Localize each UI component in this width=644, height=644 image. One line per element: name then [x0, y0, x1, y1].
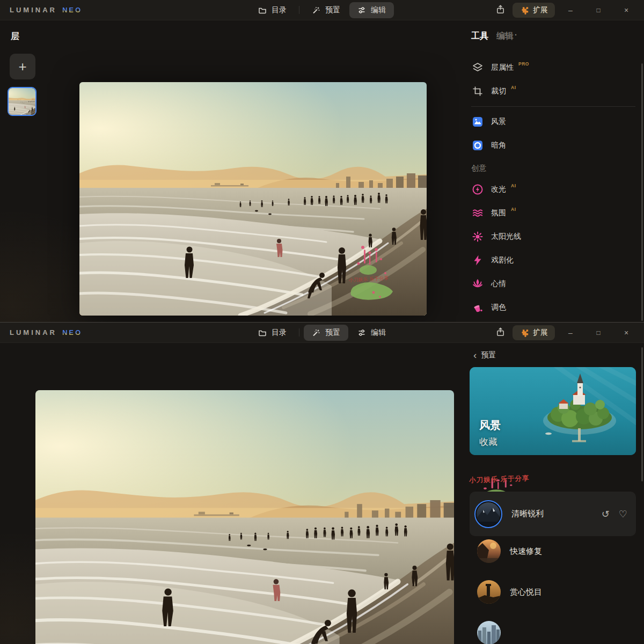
featured-collection-card[interactable]: 风景 收藏 [470, 367, 636, 455]
layers-icon [471, 61, 484, 74]
titlebar-right: 扩展 – □ × [491, 0, 639, 20]
sliders-icon [357, 6, 366, 14]
paint-bucket-icon [471, 301, 484, 314]
creative-section-label: 创意 [462, 157, 644, 178]
close-button[interactable]: × [614, 328, 639, 337]
sliders-icon [357, 328, 366, 337]
minimize-button[interactable]: – [558, 328, 583, 337]
back-chevron-icon: ‹ [473, 350, 477, 360]
tool-mood[interactable]: 心情 [462, 272, 644, 296]
edit-canvas-photo[interactable]: 小刀娱乐 乐于分享 [79, 82, 427, 316]
featured-title: 风景 [479, 418, 501, 433]
preset-actions: ↺ ♡ [602, 509, 636, 519]
layers-title: 层 [11, 31, 59, 42]
tab-edit[interactable]: 编辑 [349, 325, 394, 341]
preset-label: 快速修复 [510, 546, 542, 557]
logo-luminar: LUMINAR [10, 6, 57, 14]
preset-clear-sharp[interactable]: 清晰锐利 ↺ ♡ [470, 492, 636, 536]
preset-thumbnail [477, 539, 501, 563]
tool-dramatic[interactable]: 戏剧化 [462, 248, 644, 272]
tab-label: 编辑 [371, 5, 386, 15]
presets-panel: ‹ 预置 [462, 343, 644, 644]
tool-label: 裁切 [491, 86, 506, 96]
tools-scrollbar[interactable] [641, 63, 643, 321]
tab-label: 目录 [272, 5, 287, 15]
presets-canvas-photo[interactable] [35, 390, 454, 644]
ai-badge: AI [511, 183, 516, 188]
presets-back-button[interactable]: ‹ 预置 [473, 350, 496, 360]
relight-icon [471, 183, 484, 196]
reset-icon[interactable]: ↺ [602, 509, 610, 519]
maximize-button[interactable]: □ [586, 6, 611, 14]
layer-thumbnail[interactable] [8, 87, 36, 116]
logo-neo: NEO [62, 6, 82, 14]
beach-photo [35, 390, 454, 644]
share-button[interactable] [491, 4, 509, 17]
puzzle-icon [519, 6, 529, 15]
favorite-heart-icon[interactable]: ♡ [619, 509, 627, 519]
folder-icon [258, 6, 267, 14]
ai-badge: AI [511, 85, 516, 90]
presets-window: LUMINAR NEO 目录 预置 编辑 扩展 [0, 322, 644, 644]
extensions-button[interactable]: 扩展 [513, 325, 555, 340]
edits-tab[interactable]: 编辑· [496, 31, 517, 42]
titlebar: LUMINAR NEO 目录 预置 编辑 扩展 [0, 323, 644, 343]
tool-label: 调色 [491, 303, 506, 312]
minimize-button[interactable]: – [558, 6, 583, 14]
presets-scrollbar[interactable] [641, 347, 643, 481]
add-layer-button[interactable]: + [10, 54, 35, 79]
preset-quick-fix[interactable]: 快速修复 [470, 531, 636, 572]
share-icon [495, 327, 506, 337]
tool-sunrays[interactable]: 太阳光线 [462, 225, 644, 248]
folder-icon [258, 328, 267, 337]
magic-wand-icon [312, 328, 320, 337]
pro-badge: PRO [518, 61, 529, 67]
tool-landscape[interactable]: 风景 [462, 110, 644, 134]
share-icon [495, 4, 506, 14]
preset-eye-pleasing[interactable]: 赏心悦目 [470, 572, 636, 612]
tool-relight[interactable]: 改光 AI [462, 178, 644, 201]
logo-neo: NEO [62, 328, 82, 336]
layer-thumbnail-image [9, 88, 35, 115]
tools-header: 工具 编辑· [471, 31, 644, 42]
plus-icon: + [18, 58, 26, 75]
tab-edit[interactable]: 编辑 [349, 2, 394, 18]
puzzle-icon [519, 328, 529, 338]
tool-label: 太阳光线 [491, 232, 521, 241]
tool-atmosphere[interactable]: 氛围 AI [462, 201, 644, 225]
tab-catalog[interactable]: 目录 [250, 2, 295, 18]
logo-luminar: LUMINAR [10, 328, 57, 336]
back-label: 预置 [481, 350, 496, 360]
tools-panel: 工具 编辑· 层属性 PRO 裁切 AI 风景 暗角 [462, 20, 644, 322]
tab-presets[interactable]: 预置 [304, 2, 348, 18]
extensions-label: 扩展 [533, 328, 548, 338]
tool-layer-properties[interactable]: 层属性 PRO [462, 56, 644, 79]
tool-label: 风景 [491, 117, 506, 127]
tool-label: 戏剧化 [491, 255, 514, 265]
preset-bigger-capacity[interactable] [470, 612, 636, 644]
atmosphere-icon [471, 207, 484, 219]
share-button[interactable] [491, 327, 509, 339]
tool-label: 改光 [491, 185, 506, 194]
tools-tab[interactable]: 工具 [471, 31, 488, 42]
tab-presets[interactable]: 预置 [304, 325, 348, 341]
close-button[interactable]: × [614, 6, 639, 14]
tool-toning[interactable]: 调色 [462, 296, 644, 319]
tab-label: 预置 [325, 328, 340, 338]
tab-separator [299, 328, 299, 336]
sunrays-icon [471, 230, 484, 243]
tool-vignette[interactable]: 暗角 [462, 134, 644, 157]
ai-badge: AI [511, 207, 516, 212]
tab-label: 编辑 [371, 328, 386, 338]
tool-crop[interactable]: 裁切 AI [462, 79, 644, 103]
tab-catalog[interactable]: 目录 [250, 325, 295, 341]
layers-panel: 层 + [0, 20, 59, 42]
preset-thumbnail [477, 621, 501, 644]
titlebar-right: 扩展 – □ × [491, 323, 639, 343]
preset-label: 赏心悦目 [510, 587, 542, 597]
extensions-button[interactable]: 扩展 [513, 3, 555, 18]
vignette-icon [471, 139, 484, 152]
lotus-icon [471, 277, 484, 290]
maximize-button[interactable]: □ [586, 329, 611, 336]
preset-label: 清晰锐利 [511, 509, 544, 519]
